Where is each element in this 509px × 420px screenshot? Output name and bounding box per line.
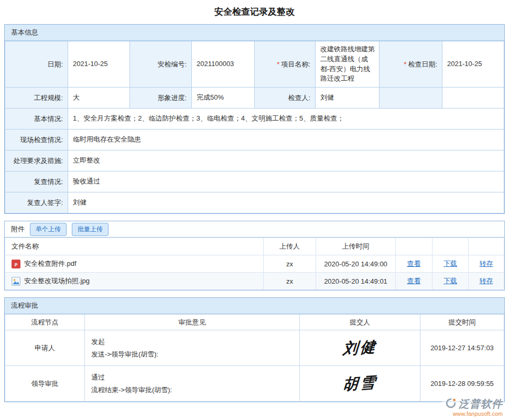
table-row: 申请人 发起 发送->领导审批(胡雪): 刘健 2019-12-27 14:57… [5,330,504,366]
submit-time-header: 提交时间 [420,315,504,330]
inspector-value: 刘健 [316,88,380,109]
recheck-value: 验收通过 [68,171,504,192]
single-upload-button[interactable]: 单个上传 [30,223,67,236]
file-upload-time: 2020-05-20 14:49:00 [316,255,396,273]
site-check-value: 临时用电存在安全隐患 [68,130,504,150]
flow-node: 申请人 [5,330,85,366]
basic-info-section: 基本信息 日期: 2021-10-25 安检编号: 2021100003 *项目… [4,24,505,214]
submitter-header: 提交人 [300,315,420,330]
inspection-code-label: 安检编号: [130,41,192,88]
download-link[interactable]: 下载 [443,260,457,267]
site-check-label: 现场检查情况: [5,130,68,150]
attachments-header: 附件 单个上传 批量上传 [5,221,504,238]
progress-label: 形象进度: [130,88,192,109]
basic-info-section-title: 基本信息 [5,25,504,41]
required-mark: * [404,60,406,68]
opinion-header: 审批意见 [85,315,300,330]
measures-label: 处理要求及措施: [5,150,68,171]
table-header-row: 流程节点 审批意见 提交人 提交时间 [5,315,504,330]
file-upload-time: 2020-05-20 14:49:01 [316,273,396,290]
table-row: 处理要求及措施: 立即整改 [5,150,504,171]
file-cell: P 安全检查附件.pdf [5,255,264,273]
download-link[interactable]: 下载 [443,277,457,285]
project-name-value: 改建铁路线增建第二线直通线（成都-西安）电力线路迁改工程 [316,41,380,88]
approval-opinion: 发起 发送->领导审批(胡雪): [85,330,300,366]
pdf-file-icon: P [12,260,20,268]
table-row: 安全整改现场拍照.jpg zx 2020-05-20 14:49:01 查看 下… [5,273,504,290]
approval-section: 流程审批 流程节点 审批意见 提交人 提交时间 申请人 发起 发送->领导审批(… [4,297,505,402]
submitter-signature: 胡雪 [300,366,420,402]
uploader-header: 上传人 [264,238,316,255]
basic-info-table: 日期: 2021-10-25 安检编号: 2021100003 *项目名称: 改… [5,41,504,213]
basic-situation-label: 基本情况: [5,109,68,130]
project-scale-label: 工程规模: [5,88,68,109]
file-name[interactable]: 安全整改现场拍照.jpg [24,276,90,286]
project-scale-value: 大 [68,88,130,109]
submit-time: 2019-12-27 14:57:03 [420,330,504,366]
table-header-row: 文件名称 上传人 上传时间 [5,238,504,255]
vendor-watermark: 泛普软件 www.fanpusoft.com [442,396,504,417]
action-header-empty [396,238,432,255]
file-name-header: 文件名称 [5,238,264,255]
table-row: 现场检查情况: 临时用电存在安全隐患 [5,130,504,150]
upload-time-header: 上传时间 [316,238,396,255]
check-date-label: *检查日期: [380,41,442,88]
inspector-label: 检查人: [255,88,316,109]
attachments-table: 文件名称 上传人 上传时间 P 安全检查附件.pdf zx 2020-05-20… [5,238,504,290]
recheck-sign-value: 刘健 [68,192,504,213]
flow-node-header: 流程节点 [5,315,85,330]
table-row: 日期: 2021-10-25 安检编号: 2021100003 *项目名称: 改… [5,41,504,88]
approval-table: 流程节点 审批意见 提交人 提交时间 申请人 发起 发送->领导审批(胡雪): … [5,314,504,402]
file-cell: 安全整改现场拍照.jpg [5,273,264,290]
inspection-code-value: 2021100003 [192,41,255,88]
transfer-link[interactable]: 转存 [480,260,493,267]
table-row: 领导审批 通过 流程结束->领导审批(胡雪): 胡雪 2019-12-28 09… [5,366,504,402]
empty-label-cell [380,88,442,109]
attachments-title: 附件 [11,224,25,234]
empty-value-cell [442,88,504,109]
svg-text:P: P [15,262,18,267]
file-name[interactable]: 安全检查附件.pdf [24,259,77,268]
batch-upload-button[interactable]: 批量上传 [72,223,109,236]
progress-value: 完成50% [192,88,255,109]
table-row: 复查情况: 验收通过 [5,171,504,192]
approval-section-title: 流程审批 [5,298,504,314]
fanpu-logo-icon [445,397,457,411]
approval-opinion: 通过 流程结束->领导审批(胡雪): [85,366,300,402]
check-date-value: 2021-10-25 [442,41,504,88]
date-label: 日期: [5,41,68,88]
table-row: 基本情况: 1、安全月方案检查；2、临边防护检查；3、临电检查；4、文明施工检查… [5,109,504,130]
flow-node: 领导审批 [5,366,85,402]
file-uploader: zx [264,255,316,273]
required-mark: * [277,60,279,68]
view-link[interactable]: 查看 [407,260,421,267]
transfer-link[interactable]: 转存 [480,277,493,285]
basic-situation-value: 1、安全月方案检查；2、临边防护检查；3、临电检查；4、文明施工检查；5、质量检… [68,109,504,130]
table-row: 复查人签字: 刘健 [5,192,504,213]
table-row: P 安全检查附件.pdf zx 2020-05-20 14:49:00 查看 下… [5,255,504,273]
vendor-brand-name: 泛普软件 [459,397,503,411]
measures-value: 立即整改 [68,150,504,171]
date-value: 2021-10-25 [68,41,130,88]
view-link[interactable]: 查看 [407,277,421,285]
project-name-label: *项目名称: [255,41,316,88]
page-title: 安全检查记录及整改 [0,0,509,24]
action-header-empty [432,238,469,255]
vendor-url: www.fanpusoft.com [453,411,503,417]
file-uploader: zx [264,273,316,290]
action-header-empty [469,238,504,255]
recheck-sign-label: 复查人签字: [5,192,68,213]
submitter-signature: 刘健 [300,330,420,366]
table-row: 工程规模: 大 形象进度: 完成50% 检查人: 刘健 [5,88,504,109]
recheck-label: 复查情况: [5,171,68,192]
image-file-icon [12,277,20,286]
attachments-section: 附件 单个上传 批量上传 文件名称 上传人 上传时间 P 安全检查附件.pdf [4,221,505,290]
